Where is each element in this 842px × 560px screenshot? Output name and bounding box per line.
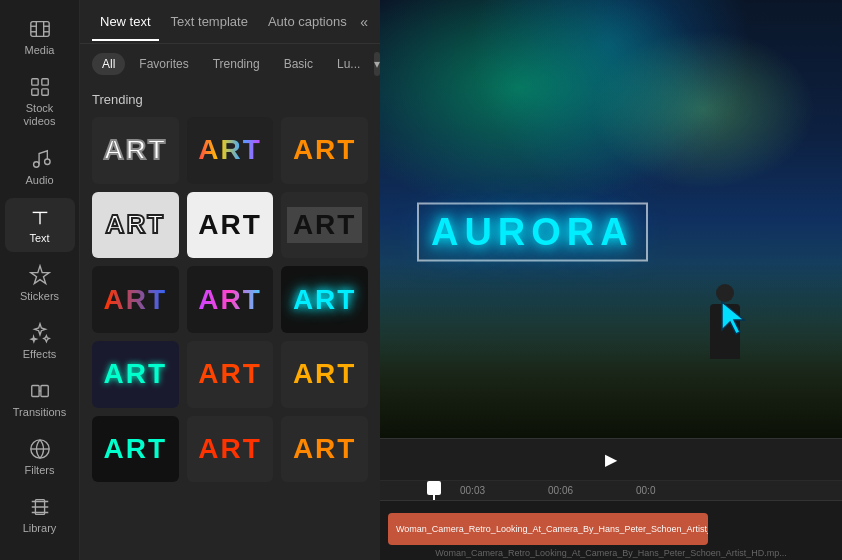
text-card-1[interactable]: ART (92, 117, 179, 184)
ground-overlay (380, 263, 842, 438)
text-card-12-label: ART (293, 358, 357, 390)
timeline-time-3: 00:0 (636, 485, 655, 496)
timeline: 00:03 00:06 00:0 Woman_Camera_Retro_Look… (380, 480, 842, 560)
filter-basic[interactable]: Basic (274, 53, 323, 75)
transitions-icon (29, 380, 51, 402)
text-card-7[interactable]: ART (92, 266, 179, 333)
text-card-3[interactable]: ART (281, 117, 368, 184)
text-card-13[interactable]: ART (92, 416, 179, 483)
timeline-ruler: 00:03 00:06 00:0 (380, 481, 842, 501)
text-card-5-label: ART (198, 209, 262, 241)
text-card-7-label: ART (104, 284, 168, 316)
text-card-11[interactable]: ART (187, 341, 274, 408)
text-card-5[interactable]: ART (187, 192, 274, 259)
text-card-grid: ART ART ART ART ART ART ART AR (92, 117, 368, 482)
sidebar-item-text[interactable]: Text (5, 198, 75, 252)
sidebar: Media Stock videos Audio Text Stickers (0, 0, 80, 560)
text-card-15[interactable]: ART (281, 416, 368, 483)
text-card-3-label: ART (293, 134, 357, 166)
text-card-11-label: ART (198, 358, 262, 390)
text-card-10[interactable]: ART (92, 341, 179, 408)
effects-icon (29, 322, 51, 344)
music-icon (29, 148, 51, 170)
sidebar-item-transitions[interactable]: Transitions (5, 372, 75, 426)
library-icon (29, 496, 51, 518)
text-card-4-label: ART (106, 209, 165, 240)
text-card-14[interactable]: ART (187, 416, 274, 483)
tab-text-template[interactable]: Text template (163, 2, 256, 41)
aurora-scene: AURORA (380, 0, 842, 438)
text-card-12[interactable]: ART (281, 341, 368, 408)
text-card-9-label: ART (293, 284, 357, 316)
svg-point-11 (33, 162, 39, 168)
svg-rect-16 (40, 386, 47, 397)
text-card-2[interactable]: ART (187, 117, 274, 184)
sidebar-item-effects[interactable]: Effects (5, 314, 75, 368)
sidebar-item-stickers[interactable]: Stickers (5, 256, 75, 310)
sidebar-item-library[interactable]: Library (5, 488, 75, 542)
timeline-playhead[interactable] (433, 481, 435, 500)
filter-lu[interactable]: Lu... (327, 53, 370, 75)
sidebar-label-media: Media (25, 44, 55, 56)
cursor-arrow-icon (714, 298, 754, 338)
text-card-8-label: ART (198, 284, 262, 316)
text-card-14-label: ART (198, 433, 262, 465)
sidebar-label-stock-videos: Stock videos (9, 102, 71, 128)
filter-bar: All Favorites Trending Basic Lu... ▾ (80, 44, 380, 84)
trending-section-title: Trending (92, 92, 368, 107)
text-card-15-label: ART (293, 433, 357, 465)
grid-icon (29, 76, 51, 98)
text-card-1-label: ART (104, 134, 168, 166)
cursor-container (714, 298, 754, 342)
svg-marker-20 (722, 302, 744, 334)
sidebar-label-transitions: Transitions (13, 406, 66, 418)
filters-icon (29, 438, 51, 460)
text-card-13-label: ART (104, 433, 168, 465)
sidebar-item-audio[interactable]: Audio (5, 140, 75, 194)
sidebar-label-library: Library (23, 522, 57, 534)
text-card-9[interactable]: ART (281, 266, 368, 333)
preview: AURORA (380, 0, 842, 438)
panel-content: Trending ART ART ART ART ART ART (80, 84, 380, 560)
timeline-clip-label: Woman_Camera_Retro_Looking_At_Camera_By_… (396, 524, 708, 534)
aurora-text-box[interactable]: AURORA (417, 203, 759, 262)
main-area: AURORA ▶ 00:03 00:06 00:0 Woman_ (380, 0, 842, 560)
sidebar-item-stock-videos[interactable]: Stock videos (5, 68, 75, 136)
svg-point-12 (44, 159, 50, 165)
tabs-collapse-icon[interactable]: « (360, 14, 368, 30)
text-card-6-label: ART (287, 207, 363, 243)
sidebar-label-effects: Effects (23, 348, 56, 360)
video-info-label: Woman_Camera_Retro_Looking_At_Camera_By_… (435, 548, 787, 558)
text-card-8[interactable]: ART (187, 266, 274, 333)
stickers-icon (29, 264, 51, 286)
preview-toolbar: ▶ (380, 438, 842, 480)
aurora-title: AURORA (431, 211, 634, 253)
text-panel: New text Text template Auto captions « A… (80, 0, 380, 560)
sidebar-item-filters[interactable]: Filters (5, 430, 75, 484)
tab-new-text[interactable]: New text (92, 2, 159, 41)
sidebar-item-media[interactable]: Media (5, 10, 75, 64)
text-card-4[interactable]: ART (92, 192, 179, 259)
text-card-10-label: ART (104, 358, 168, 390)
timeline-time-2: 00:06 (548, 485, 573, 496)
sidebar-label-audio: Audio (25, 174, 53, 186)
tab-auto-captions[interactable]: Auto captions (260, 2, 355, 41)
filter-all[interactable]: All (92, 53, 125, 75)
panel-tabs: New text Text template Auto captions « (80, 0, 380, 44)
play-button[interactable]: ▶ (605, 450, 617, 469)
svg-rect-0 (30, 22, 48, 37)
timeline-time-1: 00:03 (460, 485, 485, 496)
svg-rect-9 (31, 89, 37, 95)
sidebar-label-stickers: Stickers (20, 290, 59, 302)
sidebar-label-text: Text (29, 232, 49, 244)
filter-favorites[interactable]: Favorites (129, 53, 198, 75)
text-card-6[interactable]: ART (281, 192, 368, 259)
svg-rect-8 (41, 79, 47, 85)
video-info: Woman_Camera_Retro_Looking_At_Camera_By_… (380, 548, 842, 558)
sidebar-label-filters: Filters (25, 464, 55, 476)
timeline-clip[interactable]: Woman_Camera_Retro_Looking_At_Camera_By_… (388, 513, 708, 545)
svg-rect-7 (31, 79, 37, 85)
aurora-text-container: AURORA (417, 203, 648, 262)
svg-rect-15 (31, 386, 38, 397)
filter-trending[interactable]: Trending (203, 53, 270, 75)
